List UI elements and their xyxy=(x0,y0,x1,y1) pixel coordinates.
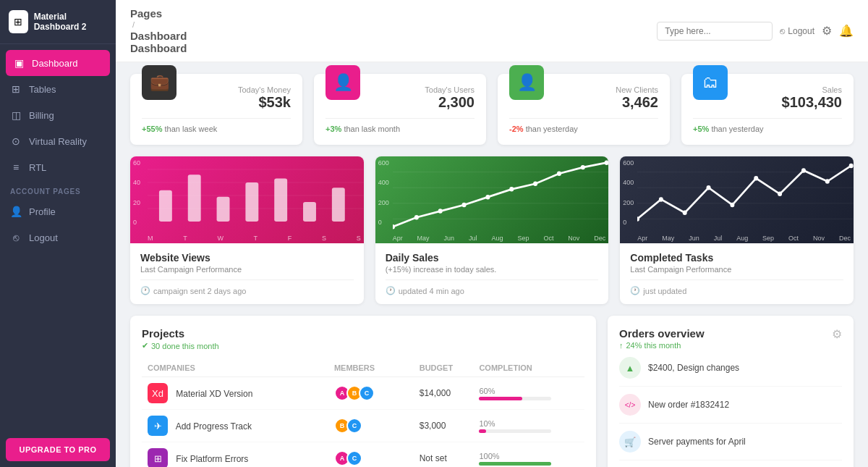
svg-point-38 xyxy=(825,179,830,183)
topbar-right: ⎋ Logout ⚙ 🔔 xyxy=(657,22,854,41)
breadcrumb-current: Dashboard xyxy=(130,30,187,42)
clock-icon: 🕐 xyxy=(386,286,396,295)
logout-label: Logout xyxy=(788,26,814,36)
chart-footer: 🕐 campaign sent 2 days ago xyxy=(140,279,354,295)
svg-rect-5 xyxy=(159,190,172,222)
sidebar-item-tables[interactable]: ⊞ Tables xyxy=(0,76,116,102)
chart-subtitle: (+15%) increase in today sales. xyxy=(386,265,599,274)
orders-gear-icon[interactable]: ⚙ xyxy=(832,327,842,341)
notifications-icon[interactable]: 🔔 xyxy=(839,24,854,38)
project-completion: 10% xyxy=(473,410,584,442)
y-labels: 6004002000 xyxy=(623,156,634,229)
svg-point-17 xyxy=(414,215,419,219)
chart-daily-sales: 6004002000 xyxy=(375,156,609,304)
chart-subtitle: Last Campaign Performance xyxy=(140,265,354,274)
svg-rect-6 xyxy=(188,174,201,222)
sidebar-item-profile[interactable]: 👤 Profile xyxy=(0,198,116,224)
orders-subtitle-text: 24% this month xyxy=(626,341,681,350)
charts-row: 6040200 xyxy=(130,156,854,304)
order-text: $2400, Design changes xyxy=(648,363,842,373)
stat-footer: +3% than lask month xyxy=(326,118,475,133)
order-item: 💳 New card added for order #4395133 xyxy=(619,460,842,467)
sidebar-item-label: Billing xyxy=(29,110,54,121)
svg-rect-11 xyxy=(332,188,345,222)
main-content: Pages / Dashboard Dashboard ⎋ Logout ⚙ 🔔 xyxy=(116,0,868,467)
stat-info: Today's Money $53k xyxy=(185,85,291,111)
breadcrumb-parent: Pages xyxy=(130,7,187,20)
stat-change: +3% xyxy=(326,125,341,133)
project-members: A C xyxy=(328,442,414,468)
dashboard-icon: ▣ xyxy=(13,57,25,69)
svg-point-39 xyxy=(849,164,854,168)
topbar: Pages / Dashboard Dashboard ⎋ Logout ⚙ 🔔 xyxy=(116,0,868,62)
stat-card-money: 💼 Today's Money $53k +55% than lask week xyxy=(130,74,302,145)
money-icon: 💼 xyxy=(142,65,176,100)
stat-change: +55% xyxy=(142,125,162,133)
avatar: C xyxy=(359,385,375,401)
svg-rect-10 xyxy=(303,202,316,222)
sidebar-item-label: Profile xyxy=(29,206,56,217)
orders-subtitle: ↑ 24% this month xyxy=(619,341,705,350)
stat-card-sales: 🗂 Sales $103,430 +5% than yesterday xyxy=(681,74,854,145)
svg-rect-9 xyxy=(274,179,287,222)
sidebar-item-vr[interactable]: ⊙ Virtual Reality xyxy=(0,128,116,154)
svg-point-22 xyxy=(533,182,537,186)
sidebar-item-label: RTL xyxy=(29,162,46,173)
logout-icon: ⎋ xyxy=(10,232,22,243)
upgrade-button[interactable]: UPGRADE TO PRO xyxy=(6,438,110,461)
stat-label: Sales xyxy=(736,85,842,94)
sidebar-item-dashboard[interactable]: ▣ Dashboard xyxy=(6,50,110,76)
table-row: ✈ Add Progress Track B C $3,000 xyxy=(142,410,584,442)
chart-footer-text: updated 4 min ago xyxy=(399,287,464,295)
x-labels: AprMayJunJulAugSepOctNovDec xyxy=(393,235,606,242)
sidebar-nav: ▣ Dashboard ⊞ Tables ◫ Billing ⊙ Virtual… xyxy=(0,44,116,432)
col-companies: COMPANIES xyxy=(142,359,328,377)
y-labels: 6004002000 xyxy=(378,156,389,229)
stat-value: $103,430 xyxy=(736,94,842,111)
project-members: A B C xyxy=(328,377,414,410)
account-section-label: ACCOUNT PAGES xyxy=(0,180,116,198)
project-members: B C xyxy=(328,410,414,442)
breadcrumb: Pages / Dashboard Dashboard xyxy=(130,7,187,54)
stat-value: 2,300 xyxy=(369,94,475,111)
projects-subtitle-text: 30 done this month xyxy=(151,342,219,350)
settings-icon[interactable]: ⚙ xyxy=(822,24,832,38)
stat-change-text: than yesterday xyxy=(711,125,763,133)
users-icon: 👤 xyxy=(326,65,360,100)
progress-bar-wrap xyxy=(479,462,551,466)
chart-area-tasks: 6004002000 xyxy=(620,156,854,243)
progress-label: 60% xyxy=(479,387,579,395)
chart-area-sales: 6004002000 xyxy=(375,156,609,243)
progress-label: 10% xyxy=(479,419,579,428)
stat-change-text: than yesterday xyxy=(526,125,578,133)
svg-point-33 xyxy=(707,185,711,190)
stat-card-users: 👤 Today's Users 2,300 +3% than lask mont… xyxy=(314,74,486,145)
projects-subtitle: ✔ 30 done this month xyxy=(142,341,584,350)
sidebar: ⊞ Material Dashboard 2 ▣ Dashboard ⊞ Tab… xyxy=(0,0,116,467)
svg-point-21 xyxy=(509,187,514,191)
vr-icon: ⊙ xyxy=(10,135,22,147)
stat-label: New Clients xyxy=(553,85,658,94)
progress-label: 100% xyxy=(479,452,579,460)
search-input[interactable] xyxy=(657,22,773,41)
order-item: </> New order #1832412 xyxy=(619,387,842,424)
sidebar-item-billing[interactable]: ◫ Billing xyxy=(0,102,116,128)
logout-button[interactable]: ⎋ Logout xyxy=(780,26,814,36)
stat-card-top: 🗂 Sales $103,430 xyxy=(693,85,842,111)
checkmark-icon: ✔ xyxy=(142,341,148,350)
sidebar-item-rtl[interactable]: ≡ RTL xyxy=(0,154,116,180)
avatar: C xyxy=(346,418,362,434)
rtl-icon: ≡ xyxy=(10,161,22,173)
stat-footer: -2% than yesterday xyxy=(509,118,658,133)
chart-title: Completed Tasks xyxy=(630,252,843,264)
project-icon: ⊞ xyxy=(148,448,168,467)
projects-title: Projects xyxy=(142,327,584,340)
sidebar-item-logout[interactable]: ⎋ Logout xyxy=(0,224,116,251)
order-text: New order #1832412 xyxy=(648,400,842,410)
progress-bar-wrap xyxy=(479,429,551,433)
chart-footer: 🕐 updated 4 min ago xyxy=(386,279,599,295)
chart-info: Website Views Last Campaign Performance … xyxy=(130,243,364,304)
svg-point-31 xyxy=(659,197,663,201)
stat-change: +5% xyxy=(693,125,709,133)
stat-label: Today's Money xyxy=(185,85,291,94)
